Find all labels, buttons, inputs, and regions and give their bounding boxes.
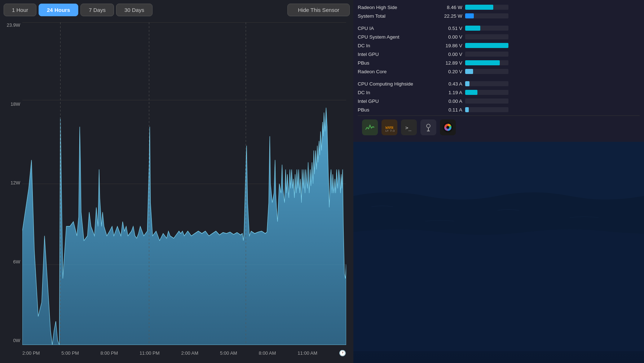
sensor-name: CPU IA [358, 26, 430, 31]
svg-text:>_: >_ [405, 125, 411, 131]
hide-sensor-button[interactable]: Hide This Sensor [287, 4, 350, 16]
sensor-name: System Total [358, 13, 430, 19]
chart-container [22, 22, 346, 345]
sensor-bar-container [465, 34, 508, 39]
desktop-background [353, 142, 644, 363]
sensor-name: Intel GPU [358, 52, 430, 57]
sensor-name: PBus [358, 107, 430, 113]
sensor-value: 0.00 A [430, 99, 462, 104]
sensor-name: DC In [358, 43, 430, 48]
x-label-4: 2:00 AM [181, 350, 198, 356]
x-label-2: 8:00 PM [101, 350, 118, 356]
time-controls: 1 Hour 24 Hours 7 Days 30 Days Hide This… [4, 4, 350, 16]
sensor-row-radeon-high-side: Radeon High Side 8.46 W [358, 3, 640, 12]
sensor-bar-container [465, 107, 508, 112]
sensor-row-dc-in-v: DC In 19.86 V [358, 41, 640, 50]
x-axis: 2:00 PM 5:00 PM 8:00 PM 11:00 PM 2:00 AM… [22, 347, 346, 359]
sensor-row-intel-gpu-a: Intel GPU 0.00 A [358, 97, 640, 105]
clock-icon: 🕐 [339, 350, 346, 357]
y-label-12w: 12W [4, 180, 22, 185]
btn-1-hour[interactable]: 1 Hour [4, 4, 36, 16]
power-chart-svg [22, 22, 346, 345]
sensor-bar-container [465, 5, 508, 10]
sensor-name: CPU Computing Highside [358, 81, 430, 87]
ocean-svg [353, 142, 644, 351]
sensor-bar-container [465, 90, 508, 95]
sensor-value: 12.89 V [430, 60, 462, 66]
sensor-bar-container [465, 60, 508, 65]
sensor-bar [465, 13, 474, 18]
sensor-row-cpu-computing: CPU Computing Highside 0.43 A [358, 79, 640, 88]
y-axis: 23.9W 18W 12W 6W 0W [4, 21, 22, 345]
sensor-bar [465, 90, 477, 95]
sensor-bar-container [465, 13, 508, 18]
sensor-list: Radeon High Side 8.46 W System Total 22.… [353, 0, 644, 142]
btn-24-hours[interactable]: 24 Hours [39, 4, 78, 16]
sensor-row-dc-in-a: DC In 1.19 A [358, 88, 640, 97]
sensor-bar [465, 43, 508, 48]
sensor-value: 0.00 V [430, 34, 462, 40]
sensor-name: Intel GPU [358, 99, 430, 104]
activity-monitor-icon[interactable] [362, 119, 378, 135]
btn-30-days[interactable]: 30 Days [116, 4, 153, 16]
sensor-value: 0.20 V [430, 69, 462, 74]
sensor-row-system-total: System Total 22.25 W [358, 12, 640, 20]
x-label-3: 11:00 PM [140, 350, 160, 356]
sensor-bar-container [465, 26, 508, 31]
sensor-value: 0.00 V [430, 52, 462, 57]
chart-area: 23.9W 18W 12W 6W 0W [4, 21, 350, 359]
sensors-icon[interactable] [420, 119, 436, 135]
x-label-1: 5:00 PM [61, 350, 79, 356]
sensor-bar-container [465, 81, 508, 86]
console-icon[interactable]: WARN LY 7:36 [381, 119, 397, 135]
sensor-row-pbus-a: PBus 0.11 A [358, 105, 640, 114]
y-label-6w: 6W [4, 259, 22, 264]
sensor-value: 22.25 W [430, 13, 462, 19]
sensor-value: 0.51 V [430, 26, 462, 31]
sensor-value: 0.11 A [430, 107, 462, 113]
sensor-bar-container [465, 69, 508, 74]
sensor-bar [465, 69, 473, 74]
sensor-row-cpu-ia: CPU IA 0.51 V [358, 24, 640, 32]
sensor-bar [465, 107, 469, 112]
x-label-5: 5:00 AM [220, 350, 237, 356]
sensor-bar-container [465, 43, 508, 48]
app-icons-row: WARN LY 7:36 >_ [358, 115, 640, 139]
x-label-7: 11:00 AM [297, 350, 317, 356]
svg-text:LY 7:36: LY 7:36 [385, 130, 394, 132]
y-label-18w: 18W [4, 101, 22, 107]
sensor-value: 8.46 W [430, 5, 462, 10]
sensor-row-radeon-core: Radeon Core 0.20 V [358, 67, 640, 76]
sensor-bar [465, 81, 469, 86]
sensor-row-pbus-v: PBus 12.89 V [358, 58, 640, 67]
svg-point-14 [446, 126, 449, 129]
sensor-bar-container [465, 99, 508, 104]
sensor-row-cpu-sa: CPU System Agent 0.00 V [358, 32, 640, 41]
disk-diag-icon[interactable] [440, 119, 456, 135]
svg-text:WARN: WARN [385, 126, 393, 130]
sensor-name: PBus [358, 60, 430, 66]
sensor-name: DC In [358, 90, 430, 95]
sensor-name: CPU System Agent [358, 34, 430, 40]
sensor-bar [465, 5, 493, 10]
sensor-name: Radeon High Side [358, 5, 430, 10]
left-panel: 1 Hour 24 Hours 7 Days 30 Days Hide This… [0, 0, 353, 363]
x-label-0: 2:00 PM [22, 350, 40, 356]
sensor-value: 0.43 A [430, 81, 462, 87]
x-label-6: 8:00 AM [259, 350, 276, 356]
y-label-0w: 0W [4, 338, 22, 343]
sensor-bar-container [465, 52, 508, 57]
sensor-bar [465, 26, 480, 31]
sensor-value: 19.86 V [430, 43, 462, 48]
y-label-max: 23.9W [4, 22, 22, 28]
sensor-row-intel-gpu-v: Intel GPU 0.00 V [358, 50, 640, 58]
right-panel: Radeon High Side 8.46 W System Total 22.… [353, 0, 644, 363]
sensor-value: 1.19 A [430, 90, 462, 95]
btn-7-days[interactable]: 7 Days [80, 4, 114, 16]
sensor-name: Radeon Core [358, 69, 430, 74]
terminal-icon[interactable]: >_ [401, 119, 417, 135]
sensor-bar [465, 60, 500, 65]
